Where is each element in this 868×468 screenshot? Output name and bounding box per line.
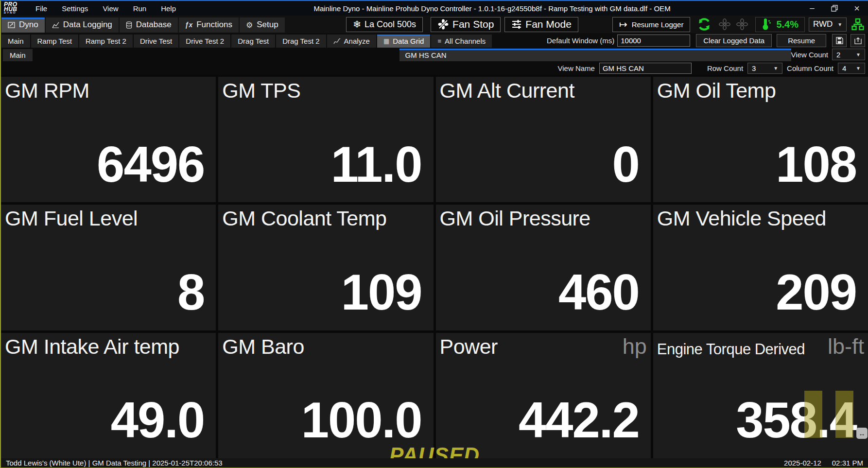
view-name-input[interactable] <box>599 63 692 74</box>
close-icon[interactable]: × <box>846 1 868 15</box>
status-date: 2025-02-12 <box>784 459 821 467</box>
channel-cell-gm-vehicle-speed[interactable]: GM Vehicle Speed 209 <box>653 205 868 330</box>
channel-label: GM Oil Pressure <box>440 207 590 230</box>
tab-label: All Channels <box>445 37 486 45</box>
channel-value: 442.2 <box>440 398 647 444</box>
gear-icon: ⚙ <box>246 20 253 30</box>
resume-button[interactable]: Resume <box>777 34 826 47</box>
channel-cell-gm-fuel-level[interactable]: GM Fuel Level 8 <box>1 205 216 330</box>
data-grid-icon: ▦ <box>383 37 389 45</box>
tab-label: Drag Test 2 <box>282 37 319 45</box>
sync-icon <box>697 17 712 32</box>
restore-icon[interactable] <box>823 1 846 15</box>
save-icon <box>836 37 843 44</box>
clear-logged-data-button[interactable]: Clear Logged Data <box>696 34 772 47</box>
toolbar-tab-dyno[interactable]: Dyno <box>1 17 45 33</box>
view-config-row: View Name Row Count 3 ▼ Column Count 4 ▼ <box>1 61 868 75</box>
row-count-select[interactable]: 3 ▼ <box>747 63 782 74</box>
humidity-value: 5.4% <box>776 19 799 30</box>
database-icon <box>126 21 132 29</box>
view-name-label: View Name <box>557 64 594 72</box>
tab-label: Data Grid <box>393 37 424 45</box>
menu-view[interactable]: View <box>95 4 125 13</box>
tab-drive-test[interactable]: Drive Test <box>134 35 178 48</box>
toolbar-tab-label: Functions <box>196 20 232 30</box>
channel-cell-gm-intake-air-temp[interactable]: GM Intake Air temp 49.0 <box>1 333 216 458</box>
channel-cell-gm-alt-current[interactable]: GM Alt Current 0 <box>436 77 651 202</box>
resume-logger-button[interactable]: ↦ Resume Logger <box>612 17 691 32</box>
fan-stop-button[interactable]: Fan Stop <box>431 17 501 32</box>
tab-all-channels[interactable]: ≡ All Channels <box>431 35 492 48</box>
chevron-down-icon: ▼ <box>773 66 778 71</box>
minimize-icon[interactable]: – <box>801 1 823 15</box>
menu-run[interactable]: Run <box>126 4 154 13</box>
channel-label: GM Intake Air temp <box>5 335 179 359</box>
tab-label: Drive Test 2 <box>186 37 224 45</box>
tab-label: Ramp Test 2 <box>86 37 126 45</box>
toolbar-tab-data-logging[interactable]: Data Logging <box>46 17 119 33</box>
channel-value: 6496 <box>5 142 212 188</box>
channel-cell-gm-coolant-temp[interactable]: GM Coolant Temp 109 <box>218 205 433 330</box>
channel-value: 460 <box>440 270 647 316</box>
chevron-down-icon: ▼ <box>856 66 861 71</box>
channel-cell-power[interactable]: Powerhp 442.2 <box>436 333 651 458</box>
channel-label: GM Coolant Temp <box>222 207 386 230</box>
la-cool-button[interactable]: ❄ La Cool 500s <box>346 17 423 32</box>
popout-button[interactable] <box>851 34 865 47</box>
toolbar-tab-label: Dyno <box>19 20 38 30</box>
channel-value: 108 <box>657 142 864 188</box>
tab-drag-test-2[interactable]: Drag Test 2 <box>276 35 326 48</box>
toolbar-tab-database[interactable]: Database <box>120 17 178 33</box>
channel-cell-gm-tps[interactable]: GM TPS 11.0 <box>218 77 433 202</box>
channel-cell-gm-rpm[interactable]: GM RPM 6496 <box>1 77 216 202</box>
drive-mode-select[interactable]: RWD ▼ <box>809 17 847 32</box>
window-controls: – × <box>801 1 868 15</box>
tab-analyze[interactable]: Analyze <box>327 35 376 48</box>
page-tabs-row: Main Ramp Test Ramp Test 2 Drive Test Dr… <box>1 33 868 48</box>
fan-mode-button[interactable]: Fan Mode <box>504 17 578 32</box>
default-window-input[interactable] <box>617 35 690 47</box>
fan-stop-icon <box>437 18 449 30</box>
toolbar-tab-setup[interactable]: ⚙ Setup <box>240 17 285 33</box>
resize-handle-icon[interactable]: ↔ <box>856 428 868 439</box>
column-count-label: Column Count <box>787 64 833 72</box>
toolbar-tab-label: Database <box>136 20 172 30</box>
tab-ramp-test-2[interactable]: Ramp Test 2 <box>79 35 133 48</box>
channel-cell-gm-oil-pressure[interactable]: GM Oil Pressure 460 <box>436 205 651 330</box>
channel-label: GM TPS <box>222 79 300 103</box>
view-count-select[interactable]: 2 ▼ <box>832 49 865 60</box>
tab-data-grid[interactable]: ▦ Data Grid <box>377 35 431 48</box>
tab-ramp-test[interactable]: Ramp Test <box>31 35 78 48</box>
network-icon <box>851 18 864 31</box>
channel-label: GM Alt Current <box>440 79 574 103</box>
channel-value: 109 <box>222 270 429 316</box>
tab-drag-test[interactable]: Drag Test <box>231 35 275 48</box>
view-tab-gm-hs-can[interactable]: GM HS CAN <box>399 49 791 61</box>
channel-cell-gm-baro[interactable]: GM Baro 100.0 <box>218 333 433 458</box>
menu-settings[interactable]: Settings <box>54 4 95 13</box>
tab-drive-test-2[interactable]: Drive Test 2 <box>179 35 230 48</box>
tab-main[interactable]: Main <box>1 35 30 48</box>
channel-label: GM Oil Temp <box>657 79 776 103</box>
save-button[interactable] <box>832 34 847 47</box>
fan-mode-label: Fan Mode <box>525 18 572 30</box>
column-count-select[interactable]: 4 ▼ <box>838 63 865 74</box>
tab-label: Drive Test <box>140 37 172 45</box>
channel-unit: hp <box>623 335 647 358</box>
fan-1-icon <box>718 18 731 31</box>
menu-file[interactable]: File <box>28 4 54 13</box>
menu-help[interactable]: Help <box>154 4 183 13</box>
status-datetime: 2025-02-12 02:31 PM <box>784 459 863 467</box>
channel-cell-engine-torque-derived[interactable]: Engine Torque Derivedlb-ft 358.4 ↔ <box>653 333 868 458</box>
chevron-down-icon: ▼ <box>856 52 861 57</box>
status-time: 02:31 PM <box>832 459 863 467</box>
thermometer-icon <box>762 18 771 31</box>
toolbar-tab-functions[interactable]: ƒx Functions <box>179 17 239 33</box>
chevron-down-icon: ▼ <box>837 22 842 27</box>
resume-logger-icon: ↦ <box>619 18 627 30</box>
title-bar: PRO HUB DYNO File Settings View Run Help… <box>1 1 868 16</box>
analyze-icon <box>333 38 341 44</box>
view-tab-main[interactable]: Main <box>3 49 33 61</box>
channel-cell-gm-oil-temp[interactable]: GM Oil Temp 108 <box>653 77 868 202</box>
resume-logger-label: Resume Logger <box>632 20 684 29</box>
